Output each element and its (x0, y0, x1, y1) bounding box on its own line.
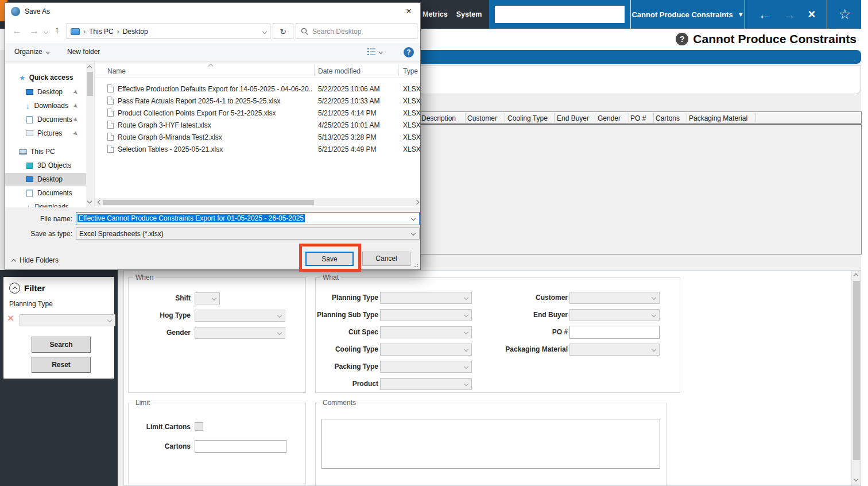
dialog-close-icon[interactable]: × (397, 3, 420, 20)
organize-caret-icon (46, 49, 50, 53)
file-row[interactable]: Selection Tables - 2025-05-21.xlsx 5/21/… (95, 144, 420, 156)
file-type: XLSX Fi (403, 109, 420, 117)
filter-collapse-icon[interactable] (9, 283, 20, 294)
sidebar-item-downloads-pc[interactable]: ↓ Downloads (5, 200, 82, 207)
topbar-search-input[interactable] (495, 6, 625, 23)
product-select[interactable] (380, 378, 472, 390)
sidebar-item-label: Documents (37, 115, 72, 124)
hide-folders-button[interactable]: Hide Folders (12, 256, 59, 264)
limit-legend: Limit (133, 399, 152, 407)
customer-select[interactable] (569, 292, 660, 304)
cut-spec-label: Cut Spec (318, 328, 378, 336)
grid-column-end-buyer[interactable]: End Buyer (557, 114, 589, 122)
search-box[interactable]: Search Desktop (296, 24, 417, 39)
help-question-icon[interactable]: ? (676, 33, 688, 45)
grid-column-packaging-material[interactable]: Packaging Material (689, 114, 747, 122)
file-name: Route Graph 3-HYF latest.xlsx (118, 121, 211, 129)
grid-column-cooling-type[interactable]: Cooling Type (507, 114, 548, 122)
file-row[interactable]: Pass Rate Actuals Report 2025-4-1 to 202… (95, 95, 420, 107)
view-mode-button[interactable] (367, 48, 382, 56)
grid-column-customer[interactable]: Customer (467, 114, 497, 122)
file-type: XLSX Fi (403, 97, 420, 105)
file-row[interactable]: Route Graph 3-HYF latest.xlsx 4/25/2025 … (95, 119, 420, 132)
end-buyer-select[interactable] (569, 309, 660, 321)
sidebar-item-this-pc[interactable]: This PC (5, 145, 82, 158)
sidebar-scrollbar[interactable] (86, 63, 94, 207)
breadcrumb-dropdown-icon[interactable] (262, 29, 267, 33)
sidebar-item-3d-objects[interactable]: 3D Objects (5, 159, 82, 172)
what-legend: What (320, 273, 341, 281)
column-header-type[interactable]: Type (403, 67, 418, 75)
sidebar-item-documents-pc[interactable]: Documents (5, 187, 82, 199)
sidebar-item-quick-access[interactable]: ★ Quick access (5, 71, 82, 84)
planning-sub-type-select[interactable] (380, 309, 472, 321)
pictures-icon (26, 130, 33, 136)
planning-type-select[interactable] (380, 292, 472, 304)
grid-column-po[interactable]: PO # (630, 114, 646, 122)
nav-back-icon[interactable]: ← (759, 9, 771, 21)
breadcrumb-this-pc[interactable]: This PC (89, 28, 114, 36)
file-name-input[interactable]: Effective Cannot Produce Constraints Exp… (76, 212, 420, 225)
app-top-bar: Cannot Produce Constraints ▼ ← → × ☆ (489, 0, 862, 29)
nav-forward-icon[interactable]: → (784, 9, 796, 21)
gender-select[interactable] (195, 327, 285, 339)
file-list-hscrollbar[interactable] (95, 198, 420, 206)
sidebar-item-desktop-pc[interactable]: Desktop (5, 173, 86, 186)
form-panel-scrollbar[interactable] (851, 271, 861, 485)
grid-column-cartons[interactable]: Cartons (656, 114, 680, 122)
shift-select[interactable] (195, 292, 220, 304)
chevron-down-icon[interactable] (411, 231, 416, 236)
page-title: Cannot Produce Constraints (693, 32, 857, 46)
up-icon[interactable]: ↑ (55, 25, 60, 36)
cut-spec-select[interactable] (380, 326, 472, 338)
file-row[interactable]: Route Graph 8-Miranda Test2.xlsx 5/13/20… (95, 132, 420, 144)
hog-type-select[interactable] (195, 310, 285, 322)
column-header-name[interactable]: Name (107, 67, 126, 75)
resize-grip[interactable] (413, 262, 418, 268)
grid-column-gender[interactable]: Gender (598, 114, 621, 122)
grid-column-description[interactable]: Description (421, 114, 456, 122)
cancel-button[interactable]: Cancel (362, 252, 410, 266)
chevron-down-icon[interactable] (411, 216, 416, 221)
filter-planning-type-select[interactable] (20, 314, 115, 326)
po-number-input[interactable] (569, 326, 660, 339)
file-icon (107, 133, 114, 141)
packaging-material-label: Packaging Material (495, 345, 568, 353)
sidebar-item-documents-qa[interactable]: Documents ➤ (5, 113, 82, 126)
forward-icon[interactable]: → (29, 25, 39, 37)
desktop-icon (26, 176, 33, 182)
view-dropdown[interactable]: Cannot Produce Constraints ▼ (633, 0, 743, 29)
menu-item-system[interactable]: System (456, 10, 482, 18)
favorite-star-button[interactable]: ☆ (827, 0, 862, 29)
column-header-date-modified[interactable]: Date modified (318, 67, 361, 75)
filter-reset-button[interactable]: Reset (32, 357, 91, 373)
packaging-material-select[interactable] (569, 344, 660, 356)
filter-search-button[interactable]: Search (32, 337, 91, 353)
back-icon[interactable]: ← (12, 25, 22, 37)
file-row[interactable]: Product Collection Points Export For 5-2… (95, 107, 420, 119)
limit-cartons-checkbox[interactable] (195, 422, 203, 431)
sidebar-item-pictures-qa[interactable]: Pictures ➤ (5, 127, 82, 140)
sidebar-item-desktop-qa[interactable]: Desktop ➤ (5, 86, 82, 98)
dialog-toolbar: Organize New folder ? (5, 43, 420, 62)
cartons-input[interactable] (195, 440, 286, 453)
save-as-type-select[interactable]: Excel Spreadsheets (*.xlsx) (76, 227, 420, 240)
menu-item-metrics[interactable]: Metrics (423, 10, 448, 18)
save-button-highlight-annotation (299, 244, 361, 272)
cooling-type-select[interactable] (380, 344, 472, 356)
file-row[interactable]: Effective Production Defaults Export for… (95, 83, 420, 95)
refresh-button[interactable]: ↻ (273, 24, 293, 39)
new-folder-button[interactable]: New folder (67, 48, 100, 56)
file-name-value: Effective Cannot Produce Constraints Exp… (78, 214, 305, 222)
clear-filter-icon[interactable]: × (7, 313, 14, 323)
nav-close-icon[interactable]: × (808, 8, 816, 21)
sidebar-item-downloads-qa[interactable]: ↓ Downloads ➤ (5, 99, 82, 112)
end-buyer-label: End Buyer (495, 311, 568, 319)
breadcrumb-desktop[interactable]: Desktop (123, 28, 148, 36)
breadcrumb[interactable]: › This PC › Desktop (67, 24, 270, 39)
comments-textarea[interactable] (321, 419, 660, 469)
organize-button[interactable]: Organize (14, 48, 49, 56)
help-icon[interactable]: ? (404, 47, 414, 57)
packing-type-select[interactable] (380, 361, 472, 373)
recent-locations-icon[interactable] (44, 29, 48, 34)
